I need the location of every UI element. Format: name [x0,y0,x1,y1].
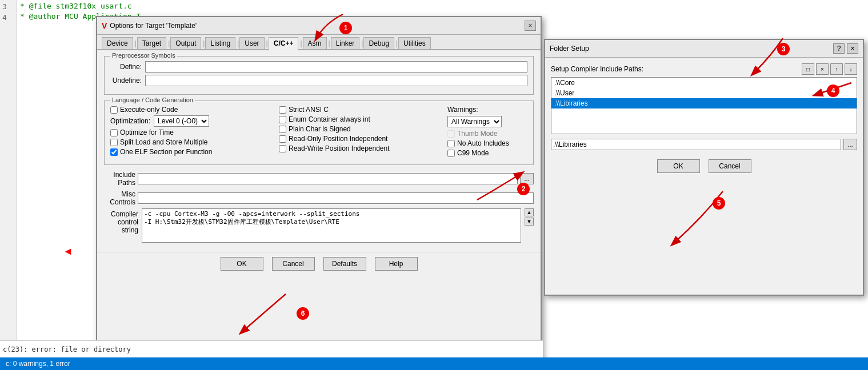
strict-ansi-row: Strict ANSI C [279,106,442,114]
split-load-checkbox[interactable] [110,139,118,146]
compiler-control-section: Compilercontrolstring -c -cpu Cortex-M3 … [104,208,534,243]
strict-ansi-label: Strict ANSI C [289,106,329,114]
no-auto-includes-checkbox[interactable] [447,140,455,147]
keil-icon: V [102,21,107,30]
lang-col-right: Warnings: All Warnings No Warnings Unspe… [447,106,527,159]
folder-header-label: Setup Compiler Include Paths: [551,65,643,73]
error-text: c(23): error: [3,345,57,353]
options-ok-button[interactable]: OK [221,257,263,271]
c99-mode-label: C99 Mode [457,149,489,157]
read-write-pos-checkbox[interactable] [279,145,286,152]
scroll-up-button[interactable]: ▲ [525,208,534,216]
thumb-mode-checkbox[interactable] [447,130,455,138]
warnings-select[interactable]: All Warnings No Warnings Unspecified [447,116,502,127]
include-paths-label: IncludePaths [104,171,135,187]
include-paths-input[interactable] [138,173,518,184]
optimization-select[interactable]: Level 0 (-O0) Level 1 (-O1) Level 2 (-O2… [154,115,209,127]
read-write-pos-label: Read-Write Position Independent [289,144,390,152]
folder-up-button[interactable]: ↑ [830,63,843,75]
execute-only-label: Execute-only Code [120,106,178,114]
folder-title-bar: Folder Setup ? × [545,40,863,58]
title-left: V Options for Target 'Template' [102,21,197,30]
folder-path-core[interactable]: .\\Core [551,78,857,88]
define-input[interactable] [145,61,527,73]
folder-path-row: ... [551,139,857,150]
one-elf-checkbox[interactable] [110,148,118,156]
optimization-label: Optimization: [110,117,150,125]
language-title: Language / Code Generation [110,96,195,103]
folder-header-row: Setup Compiler Include Paths: □ × ↑ ↓ [551,63,857,75]
read-only-pos-checkbox[interactable] [279,135,286,143]
tab-asm[interactable]: Asm [303,37,327,49]
error-area: c(23): error: file or directory [0,340,543,357]
options-dialog: V Options for Target 'Template' × Device… [96,16,542,364]
misc-controls-label: MiscControls [104,190,135,206]
enum-container-row: Enum Container always int [279,115,442,123]
options-title-text: Options for Target 'Template' [110,22,197,30]
tabs-bar: Device | Target | Output | Listing | Use… [97,35,541,50]
error-suffix: file or directory [57,345,131,353]
language-section: Execute-only Code Optimization: Level 0 … [110,106,527,159]
include-paths-row: IncludePaths ... [104,171,534,187]
c99-mode-checkbox[interactable] [447,150,455,157]
folder-delete-button[interactable]: × [816,63,829,75]
tab-user[interactable]: User [239,37,264,49]
include-paths-browse-button[interactable]: ... [520,173,534,184]
read-write-pos-row: Read-Write Position Independent [279,144,442,152]
undefine-row: Undefine: [110,75,527,86]
one-elf-label: One ELF Section per Function [120,148,212,156]
misc-controls-input[interactable] [138,192,534,204]
options-close-button[interactable]: × [525,21,536,31]
execute-only-checkbox[interactable] [110,106,118,114]
optimize-time-row: Optimize for Time [110,128,273,136]
tab-debug[interactable]: Debug [363,37,394,49]
tab-linker[interactable]: Linker [331,37,360,49]
folder-title-text: Folder Setup [550,45,589,53]
plain-char-label: Plain Char is Signed [289,125,351,133]
tab-target[interactable]: Target [137,37,166,49]
warnings-row: Warnings: [447,106,527,114]
folder-ok-button[interactable]: OK [657,159,700,173]
compiler-control-textarea[interactable]: -c -cpu Cortex-M3 -g -O0 -apcs=interwork… [142,208,521,243]
define-label: Define: [110,63,142,71]
options-cancel-button[interactable]: Cancel [272,257,315,271]
thumb-mode-label: Thumb Mode [457,130,498,138]
folder-path-user[interactable]: .\\User [551,88,857,98]
tab-utilities[interactable]: Utilities [398,37,431,49]
folder-close-button[interactable]: × [847,43,858,54]
tab-listing[interactable]: Listing [205,37,235,49]
folder-toolbar: □ × ↑ ↓ [802,63,857,75]
folder-help-button[interactable]: ? [833,43,845,54]
optimize-time-checkbox[interactable] [110,129,118,136]
options-help-button[interactable]: Help [375,257,418,271]
strict-ansi-checkbox[interactable] [279,106,286,114]
c99-mode-row: C99 Mode [447,149,527,157]
tab-cpp[interactable]: C/C++ [269,37,299,50]
enum-container-checkbox[interactable] [279,116,286,123]
undefine-label: Undefine: [110,77,142,85]
dialog-content: Preprocessor Symbols Define: Undefine: L… [97,50,541,252]
code-line-1: * @file stm32f10x_usart.c [20,2,132,10]
folder-dialog: Folder Setup ? × Setup Compiler Include … [544,39,864,296]
options-defaults-button[interactable]: Defaults [323,257,366,271]
split-load-label: Split Load and Store Multiple [120,138,207,146]
scroll-down-button[interactable]: ▼ [525,218,534,226]
folder-paths-list[interactable]: .\\Core .\\User .\\Libiraries [551,77,857,134]
folder-down-button[interactable]: ↓ [845,63,857,75]
options-title-bar: V Options for Target 'Template' × [97,17,541,35]
folder-path-input[interactable] [551,139,841,150]
folder-dialog-buttons: OK Cancel [551,155,857,173]
plain-char-row: Plain Char is Signed [279,125,442,133]
optimization-row: Optimization: Level 0 (-O0) Level 1 (-O1… [110,115,273,127]
undefine-input[interactable] [145,75,527,86]
folder-cancel-button[interactable]: Cancel [709,159,751,173]
folder-path-browse-button[interactable]: ... [843,139,857,150]
split-load-row: Split Load and Store Multiple [110,138,273,146]
read-only-pos-row: Read-Only Position Independent [279,135,442,143]
tab-output[interactable]: Output [170,37,201,49]
plain-char-checkbox[interactable] [279,126,286,133]
tab-device[interactable]: Device [102,37,133,49]
folder-path-libraries[interactable]: .\\Libiraries [551,98,857,108]
lang-col-left: Execute-only Code Optimization: Level 0 … [110,106,273,159]
folder-new-button[interactable]: □ [802,63,814,75]
